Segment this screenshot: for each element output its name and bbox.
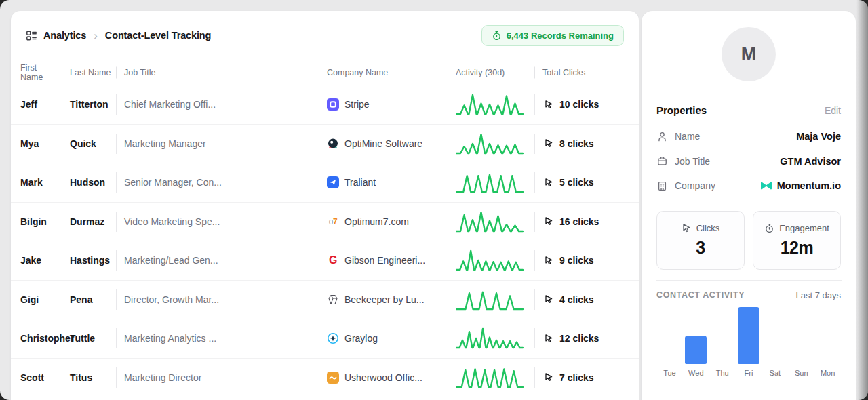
first-name-cell: Bilgin xyxy=(11,203,62,241)
properties-title: Properties xyxy=(656,104,707,116)
total-clicks-value: 10 clicks xyxy=(559,99,599,110)
x-axis-label-sat: Sat xyxy=(762,369,788,377)
total-clicks-cell: 7 clicks xyxy=(534,359,639,397)
breadcrumb: Analytics › Contact-Level Tracking xyxy=(26,30,211,41)
edit-button[interactable]: Edit xyxy=(825,105,841,116)
last-name-cell: Hudson xyxy=(62,163,116,202)
stat-cards: Clicks3Engagement12m xyxy=(656,211,841,270)
property-row-name: NameMaja Voje xyxy=(656,124,841,149)
table-row[interactable]: MarkHudsonSenior Manager, Con...Traliant… xyxy=(11,163,639,203)
job-title-cell: Marketing Manager xyxy=(116,125,319,163)
records-remaining-badge: 6,443 Records Remaining xyxy=(481,25,624,46)
first-name-cell: Jeff xyxy=(11,85,62,124)
app-background: Analytics › Contact-Level Tracking 6,443… xyxy=(0,0,868,400)
property-value: GTM Advisor xyxy=(780,156,841,167)
x-axis-label-thu: Thu xyxy=(709,369,736,377)
table-row[interactable]: ScottTitusMarketing DirectorUsherwood Of… xyxy=(11,359,639,398)
column-header-last-name[interactable]: Last Name xyxy=(62,60,116,85)
last-name-cell: Titus xyxy=(62,359,116,397)
column-header-activity-30d-[interactable]: Activity (30d) xyxy=(448,60,534,85)
stopwatch-icon xyxy=(764,223,774,233)
activity-sparkline-cell xyxy=(448,319,534,358)
table-row[interactable]: JeffTittertonChief Marketing Offi...Stri… xyxy=(11,85,639,125)
breadcrumb-analytics[interactable]: Analytics xyxy=(43,30,86,41)
contact-activity-header: CONTACT ACTIVITY Last 7 days xyxy=(656,290,841,300)
x-axis-label-fri: Fri xyxy=(736,369,762,377)
property-value: Maja Voje xyxy=(796,131,841,142)
column-header-job-title[interactable]: Job Title xyxy=(116,60,319,85)
activity-sparkline-chart xyxy=(456,363,524,393)
bar-slot-sun xyxy=(788,307,814,364)
company-cell: Usherwood Offic... xyxy=(319,359,448,397)
total-clicks-cell: 16 clicks xyxy=(534,203,639,241)
column-header-total-clicks[interactable]: Total Clicks xyxy=(534,60,639,85)
stat-label: Engagement xyxy=(779,223,829,233)
total-clicks-cell: 4 clicks xyxy=(534,281,639,319)
table-row[interactable]: ChristopherTuttleMarketing Analytics ...… xyxy=(11,319,639,359)
x-axis-label-sun: Sun xyxy=(788,369,814,377)
first-name-cell: Mya xyxy=(11,125,62,163)
table-row[interactable]: MyaQuickMarketing ManagerOptiMine Softwa… xyxy=(11,125,639,164)
job-title-cell: Video Marketing Spe... xyxy=(116,203,319,241)
activity-sparkline-cell xyxy=(448,203,534,241)
job-title-cell: Marketing Director xyxy=(116,359,319,397)
company-logo-optimum7-icon: o7 xyxy=(327,216,339,228)
total-clicks-value: 5 clicks xyxy=(559,177,594,188)
company-cell: Graylog xyxy=(319,319,448,358)
first-name-cell: Gigi xyxy=(11,281,62,319)
company-name: Gibson Engineeri... xyxy=(344,255,425,266)
bar-chart-x-axis-labels: TueWedThuFriSatSunMon xyxy=(656,369,841,377)
company-logo-gibson-icon: G xyxy=(327,254,339,266)
company-name: OptiMine Software xyxy=(344,138,422,149)
company-name: Beekeeper by Lu... xyxy=(344,294,425,305)
activity-sparkline-cell xyxy=(448,125,534,163)
company-logo-momentum-icon xyxy=(760,180,772,192)
activity-bar-fri xyxy=(738,307,760,364)
stopwatch-icon xyxy=(492,31,502,41)
job-title-cell: Senior Manager, Con... xyxy=(116,163,319,202)
column-header-company-name[interactable]: Company Name xyxy=(319,60,448,85)
company-name: Graylog xyxy=(344,333,378,344)
last-name-cell: Quick xyxy=(62,125,116,163)
property-value-text: GTM Advisor xyxy=(780,156,841,167)
activity-sparkline-cell xyxy=(448,281,534,319)
total-clicks-cell: 10 clicks xyxy=(534,85,639,124)
table-row[interactable]: BilginDurmazVideo Marketing Spe...o7Opti… xyxy=(11,203,639,242)
briefcase-icon xyxy=(656,155,668,167)
x-axis-label-mon: Mon xyxy=(814,369,841,377)
avatar: M xyxy=(722,27,776,81)
property-label: Name xyxy=(675,131,700,142)
first-name-cell: Mark xyxy=(11,163,62,202)
cursor-click-icon xyxy=(544,100,554,110)
total-clicks-value: 9 clicks xyxy=(559,255,594,266)
company-cell: Traliant xyxy=(319,163,448,202)
activity-sparkline-chart xyxy=(456,245,524,275)
table-row[interactable]: JakeHastingsMarketing/Lead Gen...GGibson… xyxy=(11,241,639,281)
stat-card-engagement: Engagement12m xyxy=(753,211,841,270)
cursor-click-icon xyxy=(682,223,692,233)
cursor-click-icon xyxy=(544,138,554,148)
table-row[interactable]: GigiPenaDirector, Growth Mar...Beekeeper… xyxy=(11,281,639,320)
total-clicks-value: 12 clicks xyxy=(559,333,599,344)
total-clicks-cell: 8 clicks xyxy=(534,125,639,163)
stat-value: 3 xyxy=(696,238,705,258)
avatar-initial: M xyxy=(741,44,757,65)
first-name-cell: Scott xyxy=(11,359,62,397)
activity-sparkline-chart xyxy=(456,129,524,159)
property-value-text: Maja Voje xyxy=(796,131,841,142)
last-name-cell: Hastings xyxy=(62,241,116,280)
stat-label: Clicks xyxy=(696,223,720,233)
first-name-cell: Jake xyxy=(11,241,62,280)
table-body: JeffTittertonChief Marketing Offi...Stri… xyxy=(11,85,639,397)
sidebar-divider xyxy=(656,280,842,281)
activity-sparkline-cell xyxy=(448,163,534,202)
contact-detail-panel: M Properties Edit NameMaja VojeJob Title… xyxy=(642,11,856,400)
company-cell: Beekeeper by Lu... xyxy=(319,281,448,319)
activity-bar-wed xyxy=(685,336,707,364)
bar-slot-wed xyxy=(683,307,709,364)
company-cell: GGibson Engineeri... xyxy=(319,241,448,280)
last-name-cell: Pena xyxy=(62,281,116,319)
total-clicks-value: 4 clicks xyxy=(559,294,594,305)
column-header-first-name[interactable]: First Name xyxy=(11,60,62,85)
contact-activity-bar-chart xyxy=(656,307,841,364)
